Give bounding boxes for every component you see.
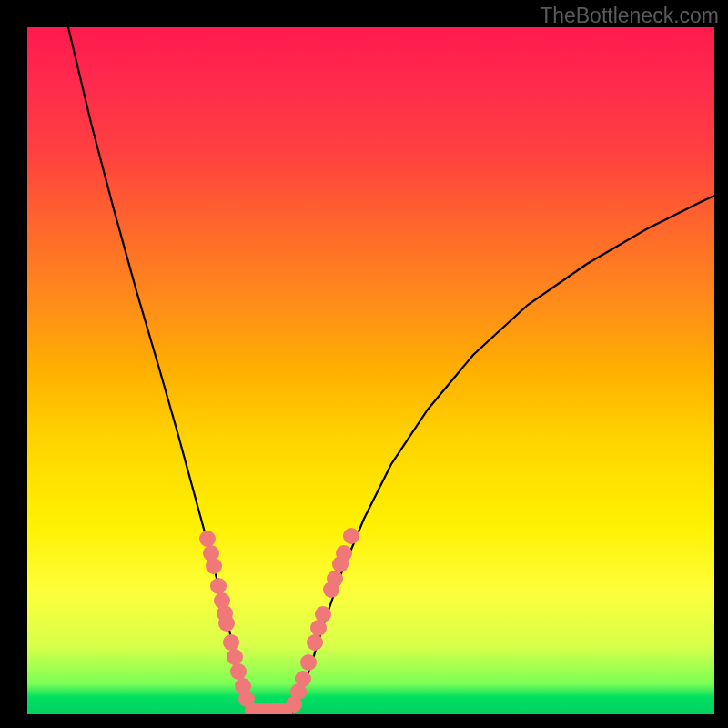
scatter-group (199, 528, 359, 714)
watermark-text: TheBottleneck.com (540, 4, 719, 28)
data-dot (315, 606, 331, 622)
data-dot (223, 634, 239, 651)
data-dot (343, 528, 359, 544)
plot-area (27, 27, 714, 714)
chart-frame: TheBottleneck.com (0, 0, 728, 728)
data-dot (218, 615, 235, 632)
data-dot (300, 654, 317, 671)
bottleneck-curve (68, 27, 714, 714)
data-dot (327, 571, 343, 587)
data-dot (336, 545, 352, 561)
data-dot (227, 649, 243, 665)
data-dot (210, 578, 227, 594)
chart-svg (27, 27, 714, 714)
data-dot (206, 558, 222, 574)
data-dot (199, 531, 216, 547)
curve-group (68, 27, 714, 714)
data-dot (307, 634, 323, 651)
data-dot (230, 663, 247, 680)
data-dot (295, 671, 311, 687)
